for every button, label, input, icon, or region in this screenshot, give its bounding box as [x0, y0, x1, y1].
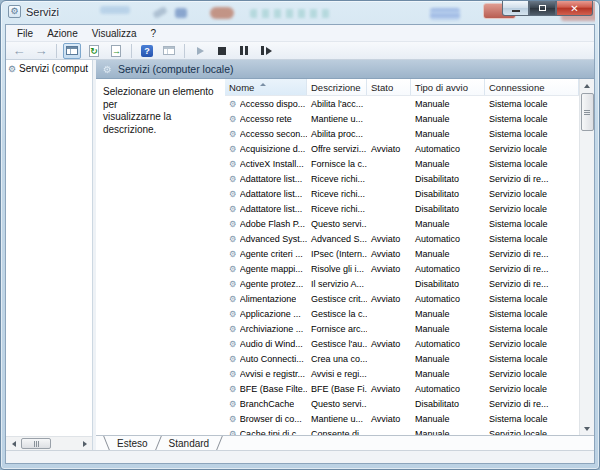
- export-list-button[interactable]: →: [107, 43, 125, 59]
- column-header-connessione[interactable]: Connessione: [485, 79, 579, 95]
- table-row[interactable]: ⚙BFE (Base Filte...BFE (Base Fi...Avviat…: [225, 381, 579, 396]
- vertical-scrollbar[interactable]: [579, 79, 594, 435]
- service-startup-type-cell: Manuale: [411, 309, 485, 319]
- service-logon-cell: Sistema locale: [485, 219, 579, 229]
- column-header-tipo-di-avvio[interactable]: Tipo di avvio: [411, 79, 485, 95]
- service-gear-icon: ⚙: [229, 114, 237, 124]
- refresh-icon: ↻: [89, 45, 99, 57]
- menu-file[interactable]: File: [10, 27, 40, 40]
- table-row[interactable]: ⚙ActiveX Install...Fornisce la c...Manua…: [225, 156, 579, 171]
- table-row[interactable]: ⚙Advanced Syst...Advanced S...AvviatoAut…: [225, 231, 579, 246]
- minimize-button[interactable]: [502, 1, 529, 16]
- pane-header: ⚙ Servizi (computer locale): [96, 60, 594, 79]
- service-logon-cell: Sistema locale: [485, 129, 579, 139]
- table-row[interactable]: ⚙Browser di co...Mantiene u...AvviatoMan…: [225, 411, 579, 426]
- refresh-button[interactable]: ↻: [85, 43, 103, 59]
- service-name-cell: ⚙Adattatore list...: [225, 204, 307, 214]
- vertical-scroll-track[interactable]: [581, 92, 594, 422]
- table-row[interactable]: ⚙Applicazione ...Gestisce la c...Manuale…: [225, 306, 579, 321]
- column-header-nome[interactable]: Nome: [225, 79, 307, 95]
- scroll-left-icon: [12, 441, 16, 447]
- menu-help[interactable]: ?: [144, 27, 164, 40]
- table-row[interactable]: ⚙Agente protez...Il servizio A...Disabil…: [225, 276, 579, 291]
- service-startup-type-cell: Manuale: [411, 159, 485, 169]
- table-row[interactable]: ⚙Accesso dispo...Abilita l'acc...Manuale…: [225, 96, 579, 111]
- scroll-up-button[interactable]: [581, 79, 594, 92]
- table-row[interactable]: ⚙Auto Connecti...Crea una co...ManualeSi…: [225, 351, 579, 366]
- service-description-cell: Abilita l'acc...: [307, 99, 367, 109]
- scroll-left-button[interactable]: [7, 438, 20, 450]
- forward-button[interactable]: →: [32, 43, 50, 59]
- table-row[interactable]: ⚙Adattatore list...Riceve richi...Disabi…: [225, 171, 579, 186]
- service-gear-icon: ⚙: [229, 369, 237, 379]
- vertical-scroll-thumb[interactable]: [581, 93, 594, 131]
- service-gear-icon: ⚙: [229, 264, 237, 274]
- table-row[interactable]: ⚙Accesso reteMantiene u...ManualeSistema…: [225, 111, 579, 126]
- toolbar-separator: [56, 44, 57, 58]
- service-gear-icon: ⚙: [229, 174, 237, 184]
- table-row[interactable]: ⚙Audio di Wind...Gestisce l'au...Avviato…: [225, 336, 579, 351]
- service-description-cell: Offre servizi...: [307, 144, 367, 154]
- close-button[interactable]: ✕: [556, 1, 593, 16]
- table-row[interactable]: ⚙Acquisizione d...Offre servizi...Avviat…: [225, 141, 579, 156]
- service-status-cell: Avviato: [367, 264, 411, 274]
- service-description-cell: Mantiene u...: [307, 114, 367, 124]
- tab-esteso[interactable]: Esteso: [111, 436, 154, 450]
- service-name-cell: ⚙BFE (Base Filte...: [225, 384, 307, 394]
- description-text-line1: Selezionare un elemento per: [103, 86, 221, 111]
- menu-azione[interactable]: Azione: [40, 27, 85, 40]
- horizontal-scroll-thumb[interactable]: [21, 438, 51, 449]
- service-gear-icon: ⚙: [229, 204, 237, 214]
- titlebar[interactable]: ⚙ Servizi ✕: [5, 1, 595, 24]
- action-pane-toggle-button[interactable]: [160, 43, 178, 59]
- tree-item-servizi[interactable]: ⚙ Servizi (comput: [8, 63, 90, 74]
- pause-service-button[interactable]: [235, 43, 253, 59]
- service-gear-icon: ⚙: [229, 354, 237, 364]
- service-description-cell: Fornisce arc...: [307, 324, 367, 334]
- service-logon-cell: Servizio locale: [485, 144, 579, 154]
- column-header-descrizione[interactable]: Descrizione: [307, 79, 367, 95]
- stop-service-button[interactable]: [213, 43, 231, 59]
- back-arrow-icon: ←: [13, 44, 26, 58]
- back-button[interactable]: ←: [10, 43, 28, 59]
- menu-visualizza[interactable]: Visualizza: [85, 27, 144, 40]
- table-row[interactable]: ⚙Agente mappi...Risolve gli i...AvviatoA…: [225, 261, 579, 276]
- start-service-button[interactable]: [191, 43, 209, 59]
- service-logon-cell: Servizio locale: [485, 339, 579, 349]
- restart-icon: [261, 46, 272, 55]
- stop-icon: [218, 47, 226, 55]
- services-table: Nome Descrizione Stato Tipo di avvio Con…: [225, 79, 579, 435]
- table-row[interactable]: ⚙Avvisi e registr...Avvisi e regi...Manu…: [225, 366, 579, 381]
- service-logon-cell: Servizio di re...: [485, 264, 579, 274]
- table-row[interactable]: ⚙Adattatore list...Riceve richi...Disabi…: [225, 186, 579, 201]
- column-header-stato[interactable]: Stato: [367, 79, 411, 95]
- table-row[interactable]: ⚙Adattatore list...Riceve richi...Disabi…: [225, 201, 579, 216]
- service-name-cell: ⚙Acquisizione d...: [225, 144, 307, 154]
- service-gear-icon: ⚙: [229, 144, 237, 154]
- maximize-button[interactable]: [529, 1, 556, 16]
- table-row[interactable]: ⚙Cache tipi di c...Consente di...Manuale…: [225, 426, 579, 435]
- service-description-cell: Gestisce crit...: [307, 294, 367, 304]
- scroll-right-button[interactable]: [78, 438, 91, 450]
- service-gear-icon: ⚙: [229, 339, 237, 349]
- service-name-cell: ⚙Avvisi e registr...: [225, 369, 307, 379]
- tab-standard[interactable]: Standard: [163, 436, 216, 450]
- console-tree: ⚙ Servizi (comput: [6, 60, 92, 436]
- service-name-cell: ⚙Agente protez...: [225, 279, 307, 289]
- help-button[interactable]: ?: [138, 43, 156, 59]
- table-row[interactable]: ⚙Agente criteri ...IPsec (Intern...Avvia…: [225, 246, 579, 261]
- service-startup-type-cell: Automatico: [411, 384, 485, 394]
- table-row[interactable]: ⚙Archiviazione ...Fornisce arc...Manuale…: [225, 321, 579, 336]
- scroll-down-button[interactable]: [581, 422, 594, 435]
- service-gear-icon: ⚙: [229, 384, 237, 394]
- console-tree-toggle-button[interactable]: [63, 43, 81, 59]
- background-glimpse: [430, 8, 460, 20]
- table-row[interactable]: ⚙AlimentazioneGestisce crit...AvviatoAut…: [225, 291, 579, 306]
- table-row[interactable]: ⚙Adobe Flash P...Questo servi...ManualeS…: [225, 216, 579, 231]
- restart-service-button[interactable]: [257, 43, 275, 59]
- service-logon-cell: Sistema locale: [485, 159, 579, 169]
- description-pane: Selezionare un elemento per visualizzarn…: [96, 79, 225, 435]
- table-row[interactable]: ⚙Accesso secon...Abilita proc...ManualeS…: [225, 126, 579, 141]
- tree-horizontal-scrollbar[interactable]: [6, 436, 92, 450]
- table-row[interactable]: ⚙BranchCacheQuesto servi...DisabilitatoS…: [225, 396, 579, 411]
